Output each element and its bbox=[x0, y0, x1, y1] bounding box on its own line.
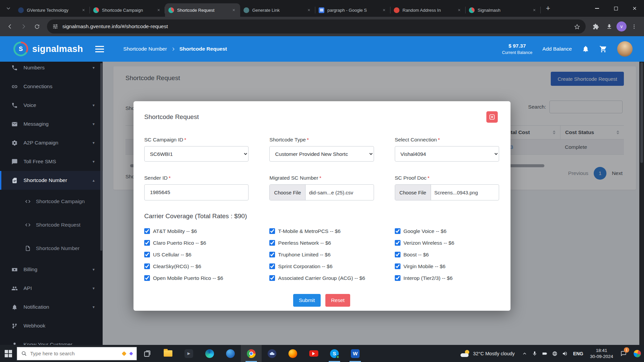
tab-close-icon[interactable] bbox=[156, 7, 162, 13]
browser-tab[interactable]: Signalmash bbox=[466, 3, 541, 17]
taskbar-search[interactable] bbox=[17, 347, 137, 360]
sidebar-scrollbar[interactable] bbox=[100, 63, 102, 251]
add-balance-button[interactable]: Add Balance bbox=[542, 46, 572, 52]
browser-tab[interactable]: pargraph - Google S bbox=[315, 3, 390, 17]
carrier-option[interactable]: Google Voice -- $6 bbox=[395, 225, 499, 237]
sc-proof-doc-file-input[interactable]: Choose File Screens...0943.png bbox=[395, 184, 499, 200]
window-close-button[interactable] bbox=[625, 0, 644, 17]
file-explorer-icon[interactable] bbox=[158, 345, 178, 362]
carrier-option[interactable]: Open Mobile Puerto Rico -- $6 bbox=[144, 272, 249, 284]
sidebar-item-billing[interactable]: Billing▾ bbox=[0, 260, 103, 279]
window-minimize-button[interactable] bbox=[588, 0, 606, 17]
sidebar-toggle-button[interactable] bbox=[95, 49, 104, 50]
shortcode-type-select[interactable]: Customer Provided New Shortc bbox=[269, 146, 374, 162]
tab-list-chevron-button[interactable] bbox=[3, 3, 13, 13]
sidebar-subitem-shortcode-campaign[interactable]: Shortcode Campaign bbox=[0, 190, 103, 213]
reset-button[interactable]: Reset bbox=[325, 294, 351, 307]
tab-close-icon[interactable] bbox=[306, 7, 312, 13]
browser-tab[interactable]: Generate Link bbox=[240, 3, 315, 17]
carrier-checkbox[interactable] bbox=[269, 263, 275, 269]
sidebar-item-shortcode-number[interactable]: Shortcode Number▴ bbox=[0, 171, 103, 190]
sidebar-item-a2p-campaign[interactable]: A2P Campaign▾ bbox=[0, 133, 103, 152]
sidebar-item-api[interactable]: API▾ bbox=[0, 279, 103, 298]
carrier-checkbox[interactable] bbox=[144, 275, 150, 281]
edge-browser-icon[interactable] bbox=[199, 345, 220, 362]
carrier-checkbox[interactable] bbox=[395, 240, 400, 246]
brand[interactable]: S signalmash bbox=[13, 42, 83, 56]
carrier-checkbox[interactable] bbox=[269, 240, 275, 246]
sidebar-subitem-shortcode-number[interactable]: Shortcode Number bbox=[0, 237, 103, 260]
word-icon[interactable]: W bbox=[345, 345, 366, 362]
taskbar-search-input[interactable] bbox=[30, 351, 119, 356]
carrier-option[interactable]: T-Mobile & MetroPCS -- $6 bbox=[269, 225, 374, 237]
sidebar-item-messaging[interactable]: Messaging▾ bbox=[0, 115, 103, 133]
weather-widget[interactable]: 32°C Mostly cloudy bbox=[456, 350, 519, 357]
browser-tab[interactable]: Shortcode Campaign bbox=[90, 3, 165, 17]
forward-button[interactable] bbox=[17, 20, 30, 33]
carrier-checkbox[interactable] bbox=[395, 252, 400, 257]
browser-profile-avatar[interactable]: v bbox=[616, 21, 627, 32]
reload-button[interactable] bbox=[31, 20, 43, 33]
url-text[interactable]: signalmash.gventure.info/#/shortcode-req… bbox=[62, 23, 570, 29]
carrier-checkbox[interactable] bbox=[144, 252, 150, 257]
sidebar-item-notification[interactable]: Notification▾ bbox=[0, 298, 103, 316]
select-connection-select[interactable]: Vishal4094 bbox=[395, 146, 499, 162]
notifications-bell-icon[interactable] bbox=[582, 45, 589, 53]
carrier-checkbox[interactable] bbox=[395, 228, 400, 234]
chrome-icon[interactable] bbox=[241, 345, 262, 362]
sender-id-input[interactable] bbox=[144, 184, 249, 200]
carrier-checkbox[interactable] bbox=[144, 263, 150, 269]
page-scrollbar[interactable] bbox=[639, 62, 644, 345]
carrier-checkbox[interactable] bbox=[144, 228, 150, 234]
cloud-app-icon[interactable] bbox=[262, 345, 282, 362]
carrier-option[interactable]: AT&T Mobility -- $6 bbox=[144, 225, 249, 237]
carrier-option[interactable]: US Cellular -- $6 bbox=[144, 249, 249, 260]
tab-close-icon[interactable] bbox=[231, 7, 237, 13]
bookmark-star-icon[interactable] bbox=[574, 23, 580, 30]
clock[interactable]: 18:41 30-09-2024 bbox=[587, 348, 616, 359]
carrier-checkbox[interactable] bbox=[144, 240, 150, 246]
tab-close-icon[interactable] bbox=[456, 7, 462, 13]
search-highlights-icon[interactable] bbox=[129, 352, 133, 355]
carrier-option[interactable]: Claro Puerto Rico -- $6 bbox=[144, 237, 249, 249]
carrier-checkbox[interactable] bbox=[395, 263, 400, 269]
window-maximize-button[interactable] bbox=[606, 0, 625, 17]
carrier-option[interactable]: Truphone Limited -- $6 bbox=[269, 249, 374, 260]
choose-file-button[interactable]: Choose File bbox=[395, 185, 431, 200]
browser-tab[interactable]: GVenture Technology bbox=[15, 3, 90, 17]
downloads-icon[interactable] bbox=[603, 20, 615, 33]
new-tab-button[interactable] bbox=[543, 3, 553, 14]
site-info-icon[interactable] bbox=[52, 23, 58, 29]
firefox-icon[interactable] bbox=[282, 345, 303, 362]
carrier-option[interactable]: Associated Carrier Group (ACG) -- $6 bbox=[269, 272, 374, 284]
sidebar-subitem-shortcode-request[interactable]: Shortcode Request bbox=[0, 213, 103, 237]
back-button[interactable] bbox=[4, 20, 16, 33]
carrier-option[interactable]: ClearSky(RCG) -- $6 bbox=[144, 260, 249, 272]
migrated-sc-file-input[interactable]: Choose File did-sam...e (25).csv bbox=[269, 184, 374, 200]
submit-button[interactable]: Submit bbox=[293, 294, 321, 307]
user-avatar[interactable] bbox=[617, 41, 633, 57]
cart-icon[interactable] bbox=[599, 45, 607, 53]
carrier-option[interactable]: Verizon Wireless -- $6 bbox=[395, 237, 499, 249]
sidebar-item-webhook[interactable]: Webhook bbox=[0, 316, 103, 335]
sidebar-item-numbers[interactable]: Numbers▾ bbox=[0, 62, 103, 77]
sidebar-item-know-your-customer[interactable]: Know Your Customer bbox=[0, 335, 103, 345]
carrier-checkbox[interactable] bbox=[269, 228, 275, 234]
modal-close-button[interactable] bbox=[486, 111, 498, 123]
battery-icon[interactable] bbox=[540, 351, 550, 356]
media-player-app-icon[interactable]: ▶ bbox=[178, 345, 199, 362]
task-view-button[interactable] bbox=[137, 345, 158, 362]
volume-icon[interactable] bbox=[560, 351, 570, 356]
colorful-pinwheel-icon[interactable] bbox=[631, 350, 644, 357]
browser-tab[interactable]: Random Address In bbox=[390, 3, 466, 17]
sidebar-item-connections[interactable]: Connections bbox=[0, 77, 103, 96]
sidebar-item-toll-free-sms[interactable]: Toll Free SMS▾ bbox=[0, 152, 103, 171]
tab-close-icon[interactable] bbox=[381, 7, 387, 13]
tab-close-icon[interactable] bbox=[531, 7, 537, 13]
browser-tab-active[interactable]: Shortcode Request bbox=[165, 3, 240, 17]
blue-app-icon[interactable] bbox=[220, 345, 241, 362]
choose-file-button[interactable]: Choose File bbox=[270, 185, 306, 200]
carrier-option[interactable]: Boost -- $6 bbox=[395, 249, 499, 260]
language-indicator[interactable]: ENG bbox=[570, 351, 587, 356]
search-highlights-icon[interactable] bbox=[122, 351, 126, 356]
